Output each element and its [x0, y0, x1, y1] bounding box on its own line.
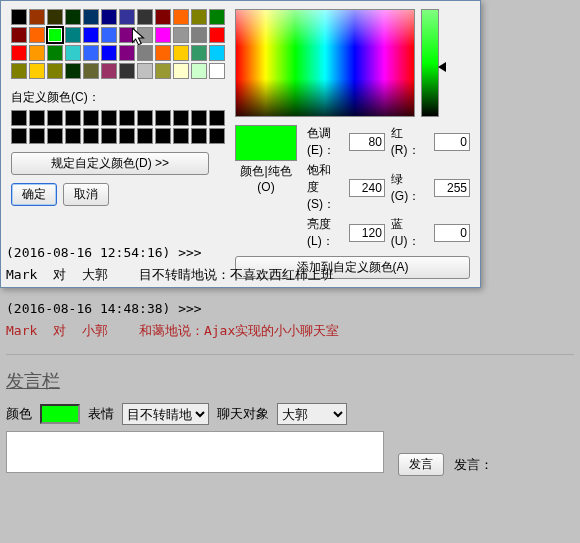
sat-input[interactable]	[349, 179, 385, 197]
basic-color-swatch[interactable]	[119, 63, 135, 79]
custom-color-swatch[interactable]	[191, 128, 207, 144]
basic-color-swatch[interactable]	[11, 45, 27, 61]
green-input[interactable]	[434, 179, 470, 197]
basic-color-swatch[interactable]	[173, 45, 189, 61]
basic-color-swatch[interactable]	[47, 45, 63, 61]
color-gradient[interactable]	[235, 9, 415, 117]
basic-color-swatch[interactable]	[191, 9, 207, 25]
custom-color-swatch[interactable]	[47, 128, 63, 144]
custom-color-swatch[interactable]	[137, 128, 153, 144]
custom-color-swatch[interactable]	[47, 110, 63, 126]
basic-color-swatch[interactable]	[29, 27, 45, 43]
basic-color-swatch[interactable]	[137, 45, 153, 61]
luminance-bar[interactable]	[421, 9, 439, 117]
basic-color-swatch[interactable]	[47, 9, 63, 25]
red-label: 红(R)：	[391, 125, 428, 159]
message-textarea[interactable]	[6, 431, 384, 473]
basic-color-swatch[interactable]	[119, 9, 135, 25]
basic-color-swatch[interactable]	[101, 9, 117, 25]
basic-color-swatch[interactable]	[101, 63, 117, 79]
color-swatch[interactable]	[40, 404, 80, 424]
expression-select[interactable]: 目不转睛地	[122, 403, 209, 425]
custom-color-swatch[interactable]	[119, 128, 135, 144]
hue-label: 色调(E)：	[307, 125, 343, 159]
basic-color-swatch[interactable]	[65, 9, 81, 25]
red-input[interactable]	[434, 133, 470, 151]
basic-color-swatch[interactable]	[155, 9, 171, 25]
custom-color-swatch[interactable]	[155, 110, 171, 126]
custom-color-swatch[interactable]	[101, 128, 117, 144]
custom-color-swatch[interactable]	[173, 128, 189, 144]
basic-color-swatch[interactable]	[101, 27, 117, 43]
basic-color-swatch[interactable]	[191, 63, 207, 79]
basic-color-swatch[interactable]	[173, 9, 189, 25]
target-label: 聊天对象	[217, 405, 269, 423]
custom-color-swatch[interactable]	[191, 110, 207, 126]
basic-color-swatch[interactable]	[83, 63, 99, 79]
basic-color-swatch[interactable]	[83, 27, 99, 43]
basic-color-swatch[interactable]	[47, 63, 63, 79]
basic-color-swatch[interactable]	[173, 27, 189, 43]
basic-color-swatch[interactable]	[119, 27, 135, 43]
basic-color-swatch[interactable]	[101, 45, 117, 61]
basic-color-swatch[interactable]	[47, 27, 63, 43]
message-timestamp: (2016-08-16 14:48:38) >>>	[6, 298, 574, 320]
custom-color-swatch[interactable]	[155, 128, 171, 144]
target-select[interactable]: 大郭	[277, 403, 347, 425]
basic-color-swatch[interactable]	[137, 9, 153, 25]
basic-color-swatch[interactable]	[65, 27, 81, 43]
basic-color-swatch[interactable]	[191, 27, 207, 43]
chat-page: (2016-08-16 12:54:16) >>>Mark 对 大郭 目不转睛地…	[0, 226, 580, 476]
custom-color-swatch[interactable]	[173, 110, 189, 126]
custom-color-swatch[interactable]	[65, 128, 81, 144]
custom-color-swatch[interactable]	[11, 110, 27, 126]
basic-color-swatch[interactable]	[11, 63, 27, 79]
basic-color-swatch[interactable]	[209, 27, 225, 43]
send-label: 发言：	[454, 456, 493, 474]
basic-color-swatch[interactable]	[209, 63, 225, 79]
basic-color-swatch[interactable]	[137, 27, 153, 43]
custom-color-swatch[interactable]	[209, 128, 225, 144]
custom-color-swatch[interactable]	[101, 110, 117, 126]
custom-color-swatch[interactable]	[83, 128, 99, 144]
message-sender: Mark 对 大郭	[6, 267, 139, 282]
basic-color-swatch[interactable]	[137, 63, 153, 79]
chat-message: (2016-08-16 12:54:16) >>>Mark 对 大郭 目不转睛地…	[6, 242, 574, 286]
basic-color-swatch[interactable]	[155, 63, 171, 79]
custom-color-swatch[interactable]	[11, 128, 27, 144]
basic-color-swatch[interactable]	[83, 9, 99, 25]
basic-color-swatch[interactable]	[155, 27, 171, 43]
basic-color-swatch[interactable]	[83, 45, 99, 61]
custom-color-swatch[interactable]	[119, 110, 135, 126]
send-button[interactable]: 发言	[398, 453, 444, 476]
basic-color-swatch[interactable]	[11, 27, 27, 43]
basic-color-swatch[interactable]	[65, 45, 81, 61]
custom-color-swatch[interactable]	[29, 110, 45, 126]
message-timestamp: (2016-08-16 12:54:16) >>>	[6, 242, 574, 264]
divider	[6, 354, 574, 355]
basic-color-swatch[interactable]	[29, 63, 45, 79]
basic-color-swatch[interactable]	[65, 63, 81, 79]
spec-custom-button[interactable]: 规定自定义颜色(D) >>	[11, 152, 209, 175]
basic-color-swatch[interactable]	[191, 45, 207, 61]
cancel-button[interactable]: 取消	[63, 183, 109, 206]
message-body: 目不转睛地说：不喜欢西红柿上班	[139, 267, 334, 282]
color-preview	[235, 125, 297, 161]
custom-color-swatch[interactable]	[209, 110, 225, 126]
basic-color-swatch[interactable]	[173, 63, 189, 79]
custom-color-swatch[interactable]	[137, 110, 153, 126]
basic-color-swatch[interactable]	[119, 45, 135, 61]
basic-color-swatch[interactable]	[209, 45, 225, 61]
preview-label: 颜色|纯色(O)	[235, 163, 297, 194]
basic-color-swatch[interactable]	[29, 9, 45, 25]
basic-color-swatch[interactable]	[209, 9, 225, 25]
custom-color-swatch[interactable]	[65, 110, 81, 126]
basic-color-swatch[interactable]	[29, 45, 45, 61]
hue-input[interactable]	[349, 133, 385, 151]
custom-color-swatch[interactable]	[83, 110, 99, 126]
basic-color-swatch[interactable]	[155, 45, 171, 61]
basic-color-swatch[interactable]	[11, 9, 27, 25]
custom-color-swatch[interactable]	[29, 128, 45, 144]
luminance-pointer	[438, 62, 446, 72]
ok-button[interactable]: 确定	[11, 183, 57, 206]
